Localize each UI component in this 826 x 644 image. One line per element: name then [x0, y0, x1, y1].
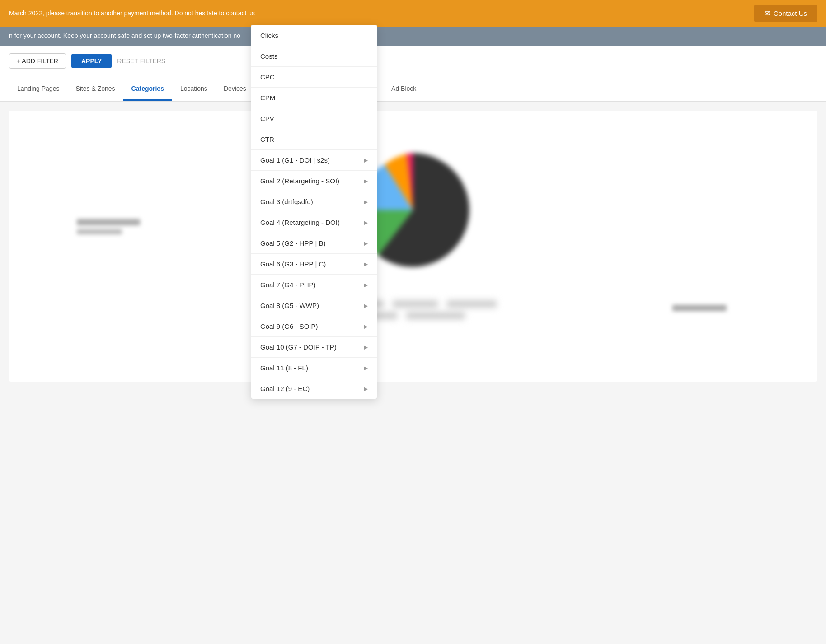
dropdown-item-label-goal12: Goal 12 (9 - EC)	[260, 385, 310, 392]
dropdown-item-label-goal2: Goal 2 (Retargeting - SOI)	[260, 177, 339, 185]
notification-bar-2: n for your account. Keep your account sa…	[0, 27, 826, 46]
chevron-right-icon: ▶	[364, 323, 368, 330]
dropdown-item-goal1[interactable]: Goal 1 (G1 - DOI | s2s)▶	[251, 150, 377, 171]
notification-text-2: n for your account. Keep your account sa…	[9, 32, 817, 41]
dropdown-item-goal10[interactable]: Goal 10 (G7 - DOIP - TP)▶	[251, 337, 377, 358]
dropdown-item-goal7[interactable]: Goal 7 (G4 - PHP)▶	[251, 275, 377, 295]
dropdown-item-goal11[interactable]: Goal 11 (8 - FL)▶	[251, 358, 377, 378]
dropdown-item-label-goal3: Goal 3 (drtfgsdfg)	[260, 198, 313, 205]
dropdown-menu: ClicksCostsCPCCPMCPVCTRGoal 1 (G1 - DOI …	[251, 25, 377, 399]
dropdown-item-goal9[interactable]: Goal 9 (G6 - SOIP)▶	[251, 316, 377, 337]
tab-sites-zones[interactable]: Sites & Zones	[67, 78, 123, 101]
dropdown-item-costs[interactable]: Costs	[251, 46, 377, 67]
dropdown-item-goal3[interactable]: Goal 3 (drtfgsdfg)▶	[251, 191, 377, 212]
envelope-icon: ✉	[764, 9, 770, 18]
dropdown-item-cpv[interactable]: CPV	[251, 108, 377, 129]
notification-bar-1: March 2022, please transition to another…	[0, 0, 826, 27]
chevron-right-icon: ▶	[364, 282, 368, 288]
dropdown-item-label-goal1: Goal 1 (G1 - DOI | s2s)	[260, 156, 330, 164]
chevron-right-icon: ▶	[364, 219, 368, 226]
dropdown-item-label-goal6: Goal 6 (G3 - HPP | C)	[260, 260, 326, 268]
chevron-right-icon: ▶	[364, 303, 368, 309]
chevron-right-icon: ▶	[364, 157, 368, 163]
notification-text-1: March 2022, please transition to another…	[9, 9, 754, 18]
dropdown-item-label-goal10: Goal 10 (G7 - DOIP - TP)	[260, 343, 337, 351]
dropdown-item-cpc[interactable]: CPC	[251, 67, 377, 88]
apply-button[interactable]: APPLY	[71, 54, 112, 68]
dropdown-item-label-costs: Costs	[260, 52, 277, 60]
dropdown-item-label-goal11: Goal 11 (8 - FL)	[260, 364, 308, 372]
contact-us-button[interactable]: ✉ Contact Us	[754, 5, 817, 22]
tab-ad-block[interactable]: Ad Block	[383, 78, 424, 101]
dropdown-item-label-goal9: Goal 9 (G6 - SOIP)	[260, 322, 318, 330]
dropdown-item-ctr[interactable]: CTR	[251, 129, 377, 150]
tabs-navigation: Landing Pages Sites & Zones Categories L…	[0, 76, 826, 102]
dropdown-item-label-goal7: Goal 7 (G4 - PHP)	[260, 281, 316, 289]
tab-categories[interactable]: Categories	[123, 78, 172, 101]
dropdown-item-label-cpm: CPM	[260, 94, 275, 102]
dropdown-item-goal6[interactable]: Goal 6 (G3 - HPP | C)▶	[251, 254, 377, 275]
main-content	[0, 102, 826, 508]
dropdown-item-clicks[interactable]: Clicks	[251, 25, 377, 46]
add-filter-button[interactable]: + ADD FILTER	[9, 53, 66, 69]
chevron-right-icon: ▶	[364, 240, 368, 247]
chevron-right-icon: ▶	[364, 261, 368, 267]
dropdown-item-cpm[interactable]: CPM	[251, 88, 377, 108]
contact-us-label: Contact Us	[774, 9, 807, 17]
dropdown-item-goal2[interactable]: Goal 2 (Retargeting - SOI)▶	[251, 171, 377, 191]
chevron-right-icon: ▶	[364, 386, 368, 392]
tab-locations[interactable]: Locations	[172, 78, 216, 101]
dropdown-item-label-goal5: Goal 5 (G2 - HPP | B)	[260, 239, 326, 247]
tab-landing-pages[interactable]: Landing Pages	[9, 78, 67, 101]
reset-filters-button[interactable]: RESET FILTERS	[117, 57, 165, 65]
dropdown-item-label-cpc: CPC	[260, 73, 275, 81]
dropdown-item-goal12[interactable]: Goal 12 (9 - EC)▶	[251, 378, 377, 399]
dropdown-item-goal8[interactable]: Goal 8 (G5 - WWP)▶	[251, 295, 377, 316]
chevron-right-icon: ▶	[364, 344, 368, 350]
dropdown-item-label-cpv: CPV	[260, 115, 274, 122]
chevron-right-icon: ▶	[364, 365, 368, 371]
filter-bar: + ADD FILTER APPLY RESET FILTERS	[0, 46, 826, 76]
dropdown-item-label-goal4: Goal 4 (Retargeting - DOI)	[260, 219, 340, 226]
dropdown-item-goal4[interactable]: Goal 4 (Retargeting - DOI)▶	[251, 212, 377, 233]
dropdown-item-goal5[interactable]: Goal 5 (G2 - HPP | B)▶	[251, 233, 377, 254]
chart-area	[9, 111, 817, 382]
dropdown-item-label-ctr: CTR	[260, 135, 274, 143]
chevron-right-icon: ▶	[364, 178, 368, 184]
dropdown-item-label-goal8: Goal 8 (G5 - WWP)	[260, 302, 319, 309]
chevron-right-icon: ▶	[364, 199, 368, 205]
dropdown-item-label-clicks: Clicks	[260, 32, 278, 39]
tab-devices[interactable]: Devices	[216, 78, 254, 101]
